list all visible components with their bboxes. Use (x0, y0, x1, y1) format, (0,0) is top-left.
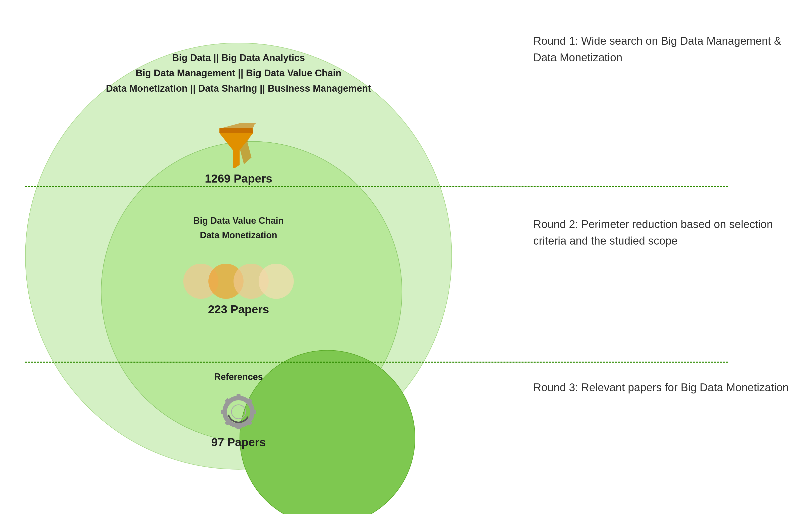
papers-count-2: 223 Papers (125, 303, 351, 316)
papers-count-3: 97 Papers (193, 435, 284, 449)
inner-circle-label: References (163, 372, 314, 382)
annotation-round-2-text: Round 2: Perimeter reduction based on se… (533, 218, 773, 247)
svg-point-16 (232, 405, 245, 419)
svg-marker-4 (220, 128, 253, 133)
annotations-panel: Round 1: Wide search on Big Data Managem… (521, 0, 797, 497)
outer-term-3: Data Monetization || Data Sharing || Bus… (63, 81, 414, 96)
gear-icon (219, 392, 259, 432)
svg-rect-9 (236, 424, 240, 429)
outer-term-2: Big Data Management || Big Data Value Ch… (63, 65, 414, 81)
outer-search-terms: Big Data || Big Data Analytics Big Data … (63, 50, 414, 96)
venn-circle-4 (259, 264, 294, 299)
annotation-round-3-text: Round 3: Relevant papers for Big Data Mo… (533, 381, 789, 394)
venn-circles (125, 264, 351, 299)
middle-term-2: Data Monetization (118, 228, 359, 242)
inner-label: References (163, 372, 314, 382)
annotation-round-3: Round 3: Relevant papers for Big Data Mo… (533, 379, 797, 396)
annotation-round-1-text: Round 1: Wide search on Big Data Managem… (533, 35, 781, 63)
outer-term-1: Big Data || Big Data Analytics (63, 50, 414, 65)
annotation-round-1: Round 1: Wide search on Big Data Managem… (533, 33, 797, 66)
diagram-container: Big Data || Big Data Analytics Big Data … (12, 7, 464, 505)
svg-rect-8 (236, 394, 240, 400)
funnel-icon (216, 123, 261, 168)
svg-rect-11 (251, 410, 256, 414)
annotation-round-2: Round 2: Perimeter reduction based on se… (533, 216, 797, 249)
middle-term-1: Big Data Value Chain (118, 213, 359, 228)
gear-area: 97 Papers (193, 392, 284, 449)
funnel-area: 1269 Papers (176, 123, 301, 185)
svg-rect-10 (221, 410, 227, 414)
middle-search-terms: Big Data Value Chain Data Monetization (118, 213, 359, 242)
papers-count-1: 1269 Papers (176, 172, 301, 185)
venn-area: 223 Papers (125, 264, 351, 316)
